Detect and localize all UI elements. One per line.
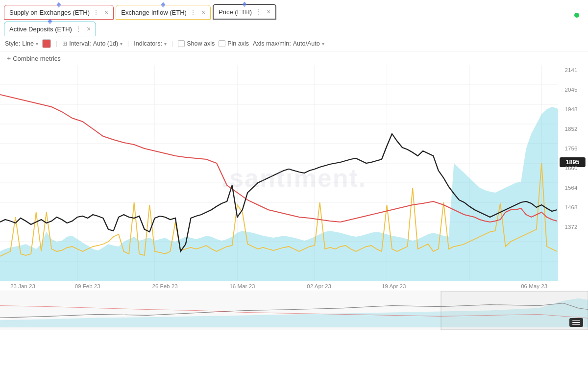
minimap-handle[interactable] <box>569 318 583 327</box>
toolbar-divider-2: | <box>127 40 129 47</box>
combine-metrics-label: Combine metrics <box>13 55 61 62</box>
eth-icon-inflow <box>160 1 167 8</box>
minimap-svg <box>0 291 588 330</box>
tab-deposits-close[interactable]: × <box>87 25 91 33</box>
indicators-label: Indicators: <box>134 40 162 47</box>
y-label-2045: 2045 <box>565 87 578 93</box>
show-axis-toggle[interactable]: Show axis <box>178 40 215 47</box>
tab-inflow-label: Exchange Inflow (ETH) <box>121 9 187 16</box>
toolbar: Style: Line ▾ | ⊞ Interval: Auto (1d) ▾ … <box>0 36 588 51</box>
tab-deposits[interactable]: Active Deposits (ETH) ⋮ × <box>4 22 96 36</box>
axis-maxmin-dropdown-arrow: ▾ <box>322 41 324 47</box>
x-label-apr19: 19 Apr 23 <box>382 283 406 289</box>
tab-price-menu[interactable]: ⋮ <box>255 8 262 16</box>
y-label-1852: 1852 <box>565 126 578 132</box>
indicators-dropdown-arrow: ▾ <box>164 41 167 47</box>
interval-value: Auto (1d) <box>93 40 118 47</box>
y-label-1564: 1564 <box>565 185 578 191</box>
eth-icon-price <box>241 1 248 8</box>
interval-label: Interval: <box>69 40 91 47</box>
tab-supply-menu[interactable]: ⋮ <box>93 8 99 16</box>
pin-axis-label: Pin axis <box>227 40 249 47</box>
plus-icon: + <box>7 54 11 62</box>
x-label-may06: 06 May 23 <box>521 283 547 289</box>
x-label-feb26: 26 Feb 23 <box>152 283 178 289</box>
indicators-selector[interactable]: Indicators: ▾ <box>134 40 167 47</box>
y-label-1468: 1468 <box>565 204 578 210</box>
minimap-handle-line-2 <box>572 322 580 323</box>
axis-maxmin-label: Axis max/min: <box>253 40 291 47</box>
show-axis-checkbox[interactable] <box>178 40 185 47</box>
minimap <box>0 291 588 330</box>
style-label: Style: <box>5 40 20 47</box>
style-value: Line <box>22 40 34 47</box>
status-dot <box>574 13 579 18</box>
style-selector[interactable]: Style: Line ▾ <box>5 40 38 47</box>
tab-inflow[interactable]: Exchange Inflow (ETH) ⋮ × <box>116 5 211 20</box>
eth-icon-deposits <box>47 18 53 25</box>
cyan-area-fill <box>0 107 558 281</box>
interval-icon: ⊞ <box>62 40 67 47</box>
tab-price-label: Price (ETH) <box>219 8 252 16</box>
toolbar-divider-1: | <box>56 40 57 47</box>
x-label-apr02: 02 Apr 23 <box>307 283 331 289</box>
tab-supply[interactable]: Supply on Exchanges (ETH) ⋮ × <box>4 5 114 20</box>
tab-price[interactable]: Price (ETH) ⋮ × <box>213 4 276 20</box>
price-label-text: 1895 <box>565 159 579 166</box>
tab-inflow-close[interactable]: × <box>201 8 205 16</box>
y-label-2141: 2141 <box>565 67 578 73</box>
minimap-handle-line-3 <box>572 324 580 325</box>
chart-area: .santiment. <box>0 65 588 291</box>
x-label-jan23: 23 Jan 23 <box>10 283 35 289</box>
tab-supply-label: Supply on Exchanges (ETH) <box>9 9 90 16</box>
y-label-1756: 1756 <box>565 146 578 151</box>
combine-metrics-button[interactable]: + Combine metrics <box>5 53 583 63</box>
show-axis-label: Show axis <box>187 40 215 47</box>
axis-maxmin-selector[interactable]: Axis max/min: Auto/Auto ▾ <box>253 40 324 47</box>
combine-metrics-row: + Combine metrics <box>0 51 588 65</box>
tabs-container: Supply on Exchanges (ETH) ⋮ × Exchange I… <box>0 0 588 36</box>
tab-supply-close[interactable]: × <box>104 8 108 16</box>
x-label-feb09: 09 Feb 23 <box>75 283 100 289</box>
tab-inflow-menu[interactable]: ⋮ <box>190 8 196 16</box>
main-chart-svg: 1895 2141 2045 1948 1852 1756 1660 1564 … <box>0 65 588 291</box>
y-label-1948: 1948 <box>565 106 578 112</box>
pin-axis-toggle[interactable]: Pin axis <box>219 40 249 47</box>
interval-dropdown-arrow: ▾ <box>120 41 122 47</box>
tab-deposits-menu[interactable]: ⋮ <box>75 25 82 33</box>
minimap-handle-line-1 <box>572 320 580 321</box>
interval-selector[interactable]: ⊞ Interval: Auto (1d) ▾ <box>62 40 122 47</box>
pin-axis-checkbox[interactable] <box>219 40 225 47</box>
color-swatch[interactable] <box>42 39 51 48</box>
axis-maxmin-value: Auto/Auto <box>293 40 320 47</box>
x-label-mar16: 16 Mar 23 <box>229 283 255 289</box>
style-dropdown-arrow: ▾ <box>36 41 38 47</box>
minimap-selection[interactable] <box>441 291 588 330</box>
minimap-handle-lines <box>572 320 580 325</box>
tab-deposits-label: Active Deposits (ETH) <box>9 25 72 33</box>
y-label-1372: 1372 <box>565 224 578 230</box>
y-label-1660: 1660 <box>565 165 578 171</box>
eth-icon-supply <box>55 1 62 8</box>
tab-price-close[interactable]: × <box>267 8 270 16</box>
toolbar-divider-3: | <box>172 40 173 47</box>
